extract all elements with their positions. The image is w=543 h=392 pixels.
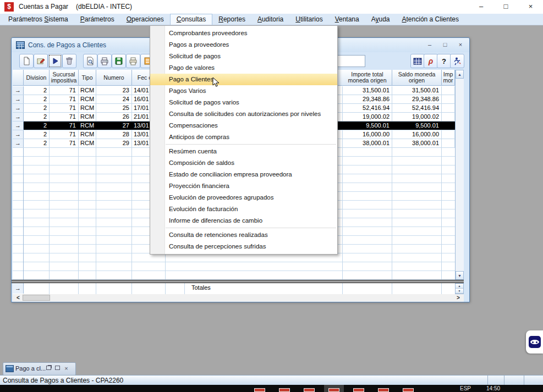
taskbar-icon[interactable] bbox=[304, 388, 315, 392]
maximize-button[interactable]: □ bbox=[493, 0, 518, 14]
scroll-up-icon[interactable]: ▲ bbox=[456, 70, 464, 79]
taskbar-icon[interactable] bbox=[378, 388, 389, 392]
menu-item-consulta-solicitudes-autorizaciones[interactable]: Consulta de solicitudes con autorizacion… bbox=[150, 108, 337, 120]
menu-item-consulta-percepciones[interactable]: Consulta de percepciones sufridas bbox=[150, 241, 337, 252]
taskbar-icon[interactable] bbox=[328, 388, 339, 392]
cell-sucursal[interactable]: 71 bbox=[50, 139, 79, 147]
cell-importe[interactable]: 29,348.86 bbox=[343, 95, 392, 103]
cell-imp-mor[interactable] bbox=[442, 104, 455, 112]
menubar-item-ayuda[interactable]: Ayuda bbox=[365, 14, 396, 25]
delete-record-button[interactable] bbox=[62, 54, 76, 68]
cell-numero[interactable]: 23 bbox=[96, 86, 132, 95]
grid-header[interactable]: Importe total moneda origen bbox=[343, 70, 392, 86]
cell-numero[interactable]: 29 bbox=[96, 139, 132, 147]
grid-header[interactable]: Tipo bbox=[79, 70, 96, 86]
cell-importe[interactable]: 16,000.00 bbox=[343, 130, 392, 139]
taskbar-icon[interactable] bbox=[279, 388, 290, 392]
menu-item-compensaciones[interactable]: Compensaciones bbox=[150, 120, 337, 131]
new-record-button[interactable] bbox=[19, 54, 34, 68]
spinner-down-icon[interactable]: ▼ bbox=[456, 289, 463, 294]
scroll-right-icon[interactable]: > bbox=[454, 294, 463, 301]
menubar-item-auditoria[interactable]: Auditoria bbox=[251, 14, 289, 25]
cell-sucursal[interactable]: 71 bbox=[50, 104, 79, 112]
cell-numero[interactable]: 28 bbox=[96, 130, 132, 139]
cell-tipo[interactable]: RCM bbox=[79, 113, 96, 121]
menu-item-proyeccion-financiera[interactable]: Proyección financiera bbox=[150, 180, 337, 192]
grid-header[interactable]: Sucursal impositiva bbox=[50, 70, 79, 86]
restore-icon[interactable] bbox=[45, 365, 52, 372]
cell-imp-mor[interactable] bbox=[442, 113, 455, 121]
cell-importe[interactable]: 31,500.01 bbox=[343, 86, 392, 95]
cell-importe[interactable]: 9,500.01 bbox=[343, 122, 392, 130]
vertical-scrollbar[interactable]: ▲ ▼ bbox=[455, 70, 464, 280]
cell-division[interactable]: 2 bbox=[24, 122, 50, 130]
maximize-icon[interactable] bbox=[54, 365, 61, 372]
mdi-maximize-button[interactable]: □ bbox=[440, 40, 451, 49]
menu-item-solicitud-de-pagos-varios[interactable]: Solicitud de pagos varios bbox=[150, 97, 337, 108]
menu-item-pagos-a-proveedores[interactable]: Pagos a proveedores bbox=[150, 39, 337, 51]
menu-item-comprobantes-proveedores[interactable]: Comprobantes proveedores bbox=[150, 27, 337, 39]
cell-sucursal[interactable]: 71 bbox=[50, 113, 79, 121]
cell-division[interactable]: 2 bbox=[24, 104, 50, 112]
horizontal-scrollbar[interactable]: < > bbox=[13, 294, 464, 302]
cell-tipo[interactable]: RCM bbox=[79, 104, 96, 112]
minimize-button[interactable]: – bbox=[469, 0, 493, 14]
menu-item-consulta-retenciones[interactable]: Consulta de retenciones realizadas bbox=[150, 229, 337, 241]
cell-importe[interactable]: 52,416.94 bbox=[343, 104, 392, 112]
cell-sucursal[interactable]: 71 bbox=[50, 130, 79, 139]
cell-division[interactable]: 2 bbox=[24, 95, 50, 103]
preview-button[interactable] bbox=[83, 54, 97, 68]
scroll-down-icon[interactable]: ▼ bbox=[456, 271, 464, 280]
grid-header[interactable]: Imp mor bbox=[442, 70, 455, 86]
run-query-button[interactable] bbox=[48, 54, 62, 68]
print-button[interactable] bbox=[97, 54, 112, 68]
cell-imp-mor[interactable] bbox=[442, 86, 455, 95]
cell-tipo[interactable]: RCM bbox=[79, 122, 96, 130]
taskbar-icon[interactable] bbox=[254, 388, 265, 392]
menu-item-evolucion-proveedores[interactable]: Evolución de proveedores agrupados bbox=[150, 192, 337, 203]
menu-item-informe-diferencias-cambio[interactable]: Informe de diferencias de cambio bbox=[150, 215, 337, 227]
taskbar-clock[interactable]: 14:50 bbox=[486, 385, 500, 391]
close-button[interactable]: × bbox=[518, 0, 543, 14]
cell-sucursal[interactable]: 71 bbox=[50, 86, 79, 95]
mdi-close-button[interactable]: × bbox=[455, 40, 466, 49]
menu-item-resumen-cuenta[interactable]: Resúmen cuenta bbox=[150, 146, 337, 157]
cell-tipo[interactable]: RCM bbox=[79, 86, 96, 95]
cell-imp-mor[interactable] bbox=[442, 139, 455, 147]
cell-tipo[interactable]: RCM bbox=[79, 130, 96, 139]
cell-tipo[interactable]: RCM bbox=[79, 95, 96, 103]
menu-item-anticipos-de-compras[interactable]: Anticipos de compras bbox=[150, 131, 337, 143]
close-icon[interactable]: × bbox=[63, 365, 70, 372]
cell-sucursal[interactable]: 71 bbox=[50, 122, 79, 130]
scroll-left-icon[interactable]: < bbox=[14, 294, 23, 301]
minimized-window-pago-a-clientes[interactable]: Pago a cl... × bbox=[3, 362, 76, 376]
cell-imp-mor[interactable] bbox=[442, 95, 455, 103]
cell-saldo[interactable]: 38,000.01 bbox=[392, 139, 442, 147]
cell-numero[interactable]: 24 bbox=[96, 95, 132, 103]
cell-division[interactable]: 2 bbox=[24, 130, 50, 139]
cell-division[interactable]: 2 bbox=[24, 86, 50, 95]
help-button[interactable]: ? bbox=[437, 54, 451, 68]
menubar-item-parametros-sistema[interactable]: Parámetros Sistema bbox=[2, 14, 74, 25]
cell-saldo[interactable]: 9,500.01 bbox=[392, 122, 442, 130]
cell-division[interactable]: 2 bbox=[24, 113, 50, 121]
cell-sucursal[interactable]: 71 bbox=[50, 95, 79, 103]
cell-saldo[interactable]: 29,348.86 bbox=[392, 95, 442, 103]
save-button[interactable] bbox=[112, 54, 126, 68]
menu-item-pagos-varios[interactable]: Pagos Varios bbox=[150, 85, 337, 97]
cell-importe[interactable]: 38,000.01 bbox=[343, 139, 392, 147]
menubar-item-ventana[interactable]: Ventana bbox=[329, 14, 365, 25]
cell-imp-mor[interactable] bbox=[442, 130, 455, 139]
menu-item-solicitud-de-pagos[interactable]: Solicitud de pagos bbox=[150, 51, 337, 62]
cell-saldo[interactable]: 19,000.02 bbox=[392, 113, 442, 121]
menu-item-estado-conciliacion[interactable]: Estado de conciliacion empresa proveedor… bbox=[150, 169, 337, 180]
mdi-minimize-button[interactable]: – bbox=[424, 40, 435, 49]
cell-tipo[interactable]: RCM bbox=[79, 139, 96, 147]
taskbar-icon[interactable] bbox=[403, 388, 414, 392]
grid-view-button[interactable] bbox=[410, 54, 425, 68]
cell-importe[interactable]: 19,000.02 bbox=[343, 113, 392, 121]
cell-saldo[interactable]: 31,500.01 bbox=[392, 86, 442, 95]
cell-numero[interactable]: 25 bbox=[96, 104, 132, 112]
menu-item-evolucion-facturacion[interactable]: Evolución de facturación bbox=[150, 203, 337, 215]
menubar-item-operaciones[interactable]: Operaciones bbox=[120, 14, 170, 25]
